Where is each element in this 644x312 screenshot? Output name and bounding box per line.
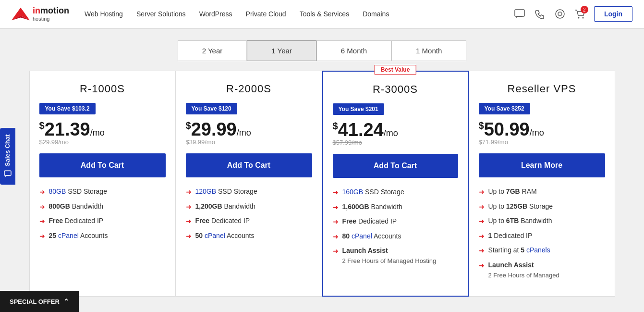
plan-r3000s: Best Value R-3000S You Save $201 $41.24/…	[322, 71, 469, 297]
list-item: ➜Free Dedicated IP	[39, 216, 166, 226]
price-area-r3000s: $41.24/mo $57.99/mo	[333, 121, 458, 146]
list-item: ➜Up to 6TB Bandwidth	[479, 216, 605, 226]
price-original-r1000s: $29.99/mo	[39, 138, 166, 146]
list-item: ➜800GB Bandwidth	[39, 202, 166, 212]
arrow-icon: ➜	[333, 247, 339, 256]
plan-r2000s: R-2000S You Save $120 $29.99/mo $39.99/m…	[176, 71, 322, 297]
list-item: ➜160GB SSD Storage	[333, 187, 458, 198]
price-area-r1000s: $21.39/mo $29.99/mo	[39, 120, 166, 146]
header-icons: 2 Login	[513, 6, 632, 22]
learn-more-button[interactable]: Learn More	[479, 153, 605, 177]
price-original-r3000s: $57.99/mo	[333, 139, 458, 146]
add-to-cart-r1000s[interactable]: Add To Cart	[39, 153, 166, 177]
arrow-icon: ➜	[479, 187, 485, 197]
cart-count-badge: 2	[581, 6, 588, 13]
nav-web-hosting[interactable]: Web Hosting	[85, 10, 123, 18]
special-offer-label: SPECIAL OFFER	[10, 298, 60, 305]
plan-name-r2000s: R-2000S	[186, 83, 312, 95]
arrow-icon: ➜	[39, 217, 45, 226]
arrow-icon: ➜	[479, 246, 485, 256]
add-to-cart-r3000s[interactable]: Add To Cart	[333, 154, 458, 178]
price-area-reseller-vps: $50.99/mo $71.99/mo	[479, 120, 605, 146]
features-list-r3000s: ➜160GB SSD Storage ➜1,600GB Bandwidth ➜F…	[333, 187, 458, 265]
arrow-icon: ➜	[333, 232, 339, 242]
list-item: ➜Up to 7GB RAM	[479, 187, 605, 197]
nav-server-solutions[interactable]: Server Solutions	[136, 10, 186, 18]
list-item: ➜25 cPanel Accounts	[39, 231, 166, 241]
arrow-icon: ➜	[479, 261, 485, 271]
list-item: ➜Free Dedicated IP	[186, 216, 312, 226]
special-offer-bar[interactable]: SPECIAL OFFER ⌃	[0, 291, 79, 312]
tab-6month[interactable]: 6 Month	[316, 40, 391, 61]
pricing-grid: R-1000S You Save $103.2 $21.39/mo $29.99…	[29, 71, 615, 297]
list-item: ➜50 cPanel Accounts	[186, 231, 312, 241]
price-main-r1000s: $21.39/mo	[39, 120, 166, 138]
svg-point-3	[556, 10, 564, 18]
plan-reseller-vps: Reseller VPS You Save $252 $50.99/mo $71…	[469, 71, 615, 297]
arrow-icon: ➜	[186, 217, 192, 226]
logo[interactable]: inmotion hosting	[12, 6, 69, 22]
arrow-icon: ➜	[479, 217, 485, 226]
tab-1year[interactable]: 1 Year	[247, 40, 316, 61]
svg-rect-7	[4, 171, 11, 175]
list-item: ➜1,200GB Bandwidth	[186, 202, 312, 212]
nav-wordpress[interactable]: WordPress	[199, 10, 232, 18]
chat-icon[interactable]	[513, 8, 526, 20]
arrow-icon: ➜	[479, 202, 485, 212]
svg-point-4	[558, 12, 562, 16]
svg-point-5	[578, 17, 579, 19]
chevron-up-icon: ⌃	[63, 298, 69, 305]
svg-marker-0	[12, 8, 30, 21]
savings-badge-r1000s: You Save $103.2	[39, 103, 96, 114]
nav-domains[interactable]: Domains	[363, 10, 389, 18]
arrow-icon: ➜	[39, 232, 45, 241]
phone-icon[interactable]	[534, 8, 546, 20]
tab-2year[interactable]: 2 Year	[178, 40, 247, 61]
best-value-badge: Best Value	[375, 65, 416, 75]
price-original-reseller-vps: $71.99/mo	[479, 138, 605, 146]
sales-chat-label: Sales Chat	[4, 134, 12, 166]
list-item: ➜ Launch Assist2 Free Hours of Managed	[479, 261, 605, 280]
features-list-reseller-vps: ➜Up to 7GB RAM ➜Up to 125GB Storage ➜Up …	[479, 187, 605, 280]
list-item: ➜Free Dedicated IP	[333, 217, 458, 227]
login-button[interactable]: Login	[594, 6, 632, 22]
nav-private-cloud[interactable]: Private Cloud	[246, 10, 286, 18]
plan-name-r3000s: R-3000S	[333, 83, 458, 96]
list-item: ➜Starting at 5 cPanels	[479, 246, 605, 256]
support-icon[interactable]	[554, 8, 566, 20]
price-main-r2000s: $29.99/mo	[186, 120, 312, 138]
list-item: ➜1,600GB Bandwidth	[333, 202, 458, 212]
arrow-icon: ➜	[39, 202, 45, 212]
arrow-icon: ➜	[186, 232, 192, 241]
features-list-r1000s: ➜80GB SSD Storage ➜800GB Bandwidth ➜Free…	[39, 187, 166, 241]
svg-point-6	[582, 17, 583, 19]
savings-badge-r2000s: You Save $120	[186, 103, 237, 114]
plan-name-reseller-vps: Reseller VPS	[479, 83, 605, 95]
savings-badge-reseller-vps: You Save $252	[479, 103, 530, 114]
plan-name-r1000s: R-1000S	[39, 83, 166, 95]
list-item: ➜1 Dedicated IP	[479, 231, 605, 241]
logo-bird-icon	[12, 7, 30, 21]
list-item: ➜Up to 125GB Storage	[479, 202, 605, 212]
price-original-r2000s: $39.99/mo	[186, 138, 312, 146]
arrow-icon: ➜	[186, 202, 192, 212]
arrow-icon: ➜	[333, 188, 339, 198]
arrow-icon: ➜	[186, 187, 192, 197]
arrow-icon: ➜	[333, 217, 339, 227]
list-item: ➜80GB SSD Storage	[39, 187, 166, 197]
cart-icon[interactable]: 2	[574, 8, 586, 20]
svg-rect-2	[515, 10, 524, 16]
tab-1month[interactable]: 1 Month	[391, 40, 466, 61]
plan-r1000s: R-1000S You Save $103.2 $21.39/mo $29.99…	[29, 71, 176, 297]
add-to-cart-r2000s[interactable]: Add To Cart	[186, 153, 312, 177]
main-nav: Web Hosting Server Solutions WordPress P…	[85, 10, 513, 18]
arrow-icon: ➜	[479, 232, 485, 241]
list-item: ➜80 cPanel Accounts	[333, 232, 458, 242]
pricing-section: R-1000S You Save $103.2 $21.39/mo $29.99…	[0, 71, 644, 312]
nav-tools-services[interactable]: Tools & Services	[300, 10, 349, 18]
savings-badge-r3000s: You Save $201	[333, 103, 384, 115]
sales-chat-button[interactable]: Sales Chat	[0, 127, 15, 184]
list-item: ➜ Launch Assist2 Free Hours of Managed H…	[333, 246, 458, 265]
price-area-r2000s: $29.99/mo $39.99/mo	[186, 120, 312, 146]
arrow-icon: ➜	[333, 203, 339, 212]
